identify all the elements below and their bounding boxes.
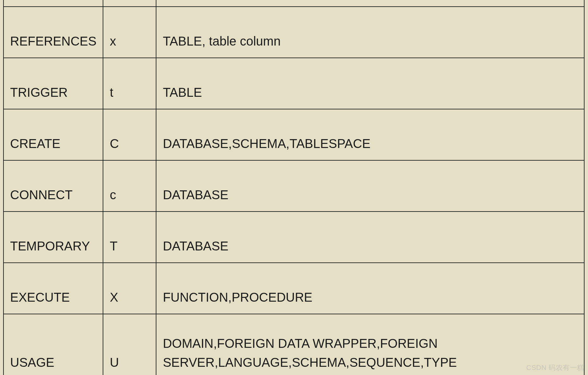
table-cell <box>103 0 156 7</box>
cell-privilege: USAGE <box>3 314 103 375</box>
table-row <box>3 0 584 7</box>
table-cell <box>3 0 103 7</box>
cell-objects: DOMAIN,FOREIGN DATA WRAPPER,FOREIGN SERV… <box>156 314 584 375</box>
cell-privilege: CREATE <box>3 109 103 160</box>
cell-privilege: REFERENCES <box>3 7 103 58</box>
cell-objects: DATABASE,SCHEMA,TABLESPACE <box>156 109 584 160</box>
table-row: CREATE C DATABASE,SCHEMA,TABLESPACE <box>3 109 584 160</box>
cell-objects: TABLE <box>156 58 584 109</box>
cell-objects: TABLE, table column <box>156 7 584 58</box>
table-row: TRIGGER t TABLE <box>3 58 584 109</box>
table-row: USAGE U DOMAIN,FOREIGN DATA WRAPPER,FORE… <box>3 314 584 375</box>
cell-objects: FUNCTION,PROCEDURE <box>156 263 584 314</box>
table-row: TEMPORARY T DATABASE <box>3 212 584 263</box>
cell-abbr: X <box>103 263 156 314</box>
cell-abbr: c <box>103 160 156 212</box>
watermark-text: CSDN 码农有一糕 <box>526 363 584 372</box>
cell-abbr: T <box>103 212 156 263</box>
table-row: EXECUTE X FUNCTION,PROCEDURE <box>3 263 584 314</box>
cell-abbr: x <box>103 7 156 58</box>
cell-privilege: TEMPORARY <box>3 212 103 263</box>
cell-objects: DATABASE <box>156 160 584 212</box>
cell-objects: DATABASE <box>156 212 584 263</box>
cell-abbr: t <box>103 58 156 109</box>
cell-privilege: EXECUTE <box>3 263 103 314</box>
cell-privilege: TRIGGER <box>3 58 103 109</box>
cell-abbr: C <box>103 109 156 160</box>
cell-abbr: U <box>103 314 156 375</box>
privileges-table: REFERENCES x TABLE, table column TRIGGER… <box>3 0 585 375</box>
table-row: CONNECT c DATABASE <box>3 160 584 212</box>
table-cell <box>156 0 584 7</box>
cell-privilege: CONNECT <box>3 160 103 212</box>
table-row: REFERENCES x TABLE, table column <box>3 7 584 58</box>
